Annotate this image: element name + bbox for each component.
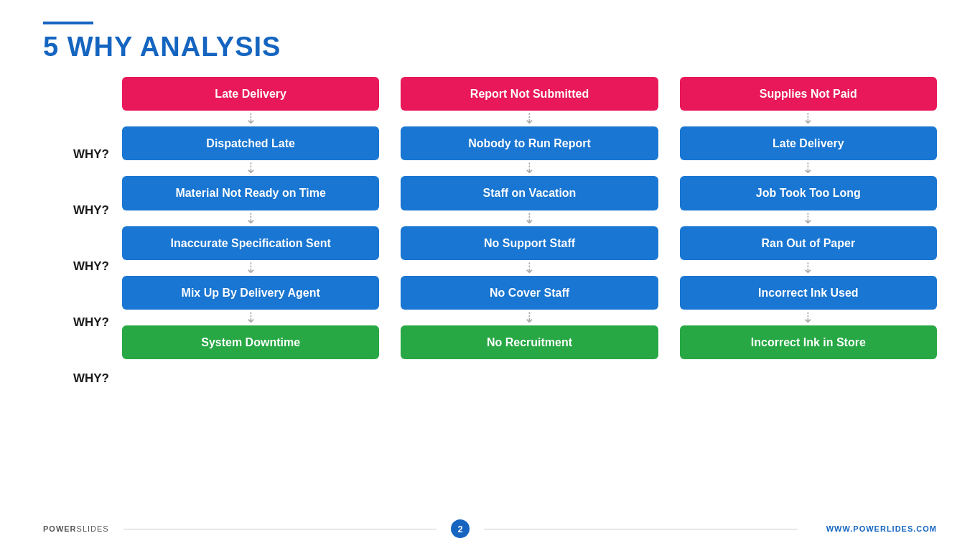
column-3: Supplies Not Paid ⇣ Late Delivery ⇣ Job …: [680, 77, 937, 359]
page: 5 WHY ANALYSIS WHY? WHY? WHY? WHY? WHY? …: [0, 0, 980, 551]
col3-header: Supplies Not Paid: [680, 77, 937, 111]
why-label-4: WHY?: [73, 304, 109, 341]
col3-item-5: Incorrect Ink in Store: [680, 325, 937, 359]
why-label-3: WHY?: [73, 248, 109, 285]
col1-item-2: Material Not Ready on Time: [122, 176, 379, 210]
diagram: WHY? WHY? WHY? WHY? WHY? Late Delivery ⇣…: [43, 77, 937, 397]
footer-divider-left: [123, 529, 437, 529]
arrow-col3-1: ⇣: [801, 160, 816, 176]
col3-item-3: Ran Out of Paper: [680, 226, 937, 260]
columns-container: Late Delivery ⇣ Dispatched Late ⇣ Materi…: [122, 77, 937, 359]
arrow-col1-2: ⇣: [243, 210, 258, 226]
why-label-2: WHY?: [73, 192, 109, 229]
why-label-1: WHY?: [73, 136, 109, 173]
title-accent: [43, 22, 93, 24]
column-1: Late Delivery ⇣ Dispatched Late ⇣ Materi…: [122, 77, 379, 359]
arrow-col3-4: ⇣: [801, 310, 816, 325]
col2-header: Report Not Submitted: [401, 77, 658, 111]
page-title: 5 WHY ANALYSIS: [43, 32, 937, 62]
arrow-col1-0: ⇣: [243, 111, 258, 126]
title-part2: ANALYSIS: [140, 32, 281, 62]
arrow-col1-1: ⇣: [243, 160, 258, 176]
col1-item-1: Dispatched Late: [122, 126, 379, 160]
col2-item-5: No Recruitment: [401, 325, 658, 359]
footer-page-number: 2: [451, 519, 470, 538]
title-bar: 5 WHY ANALYSIS: [43, 22, 937, 62]
arrow-col2-4: ⇣: [522, 310, 536, 325]
why-label-5: WHY?: [73, 360, 109, 397]
footer: POWERSLIDES 2 WWW.POWERLIDES.COM: [43, 519, 937, 538]
arrow-col2-1: ⇣: [522, 160, 536, 176]
col2-item-3: No Support Staff: [401, 226, 658, 260]
col3-item-2: Job Took Too Long: [680, 176, 937, 210]
arrow-col2-2: ⇣: [522, 210, 536, 226]
col1-item-3: Inaccurate Specification Sent: [122, 226, 379, 260]
why-labels-column: WHY? WHY? WHY? WHY? WHY?: [43, 77, 122, 397]
footer-brand-regular: SLIDES: [77, 524, 109, 533]
col1-item-4: Mix Up By Delivery Agent: [122, 276, 379, 310]
col3-item-4: Incorrect Ink Used: [680, 276, 937, 310]
col3-item-1: Late Delivery: [680, 126, 937, 160]
col2-item-1: Nobody to Run Report: [401, 126, 658, 160]
footer-brand-bold: POWER: [43, 524, 77, 533]
col2-item-4: No Cover Staff: [401, 276, 658, 310]
col1-header: Late Delivery: [122, 77, 379, 111]
arrow-col3-2: ⇣: [801, 210, 816, 226]
footer-divider-right: [484, 529, 798, 529]
arrow-col3-3: ⇣: [801, 260, 816, 276]
footer-website: WWW.POWERLIDES.COM: [826, 524, 937, 533]
title-part1: 5 WHY: [43, 32, 140, 62]
arrow-col3-0: ⇣: [801, 111, 816, 126]
col1-item-5: System Downtime: [122, 325, 379, 359]
arrow-col1-3: ⇣: [243, 260, 258, 276]
arrow-col2-0: ⇣: [522, 111, 536, 126]
col2-item-2: Staff on Vacation: [401, 176, 658, 210]
footer-brand: POWERSLIDES: [43, 524, 109, 533]
column-2: Report Not Submitted ⇣ Nobody to Run Rep…: [401, 77, 658, 359]
arrow-col2-3: ⇣: [522, 260, 536, 276]
arrow-col1-4: ⇣: [243, 310, 258, 325]
